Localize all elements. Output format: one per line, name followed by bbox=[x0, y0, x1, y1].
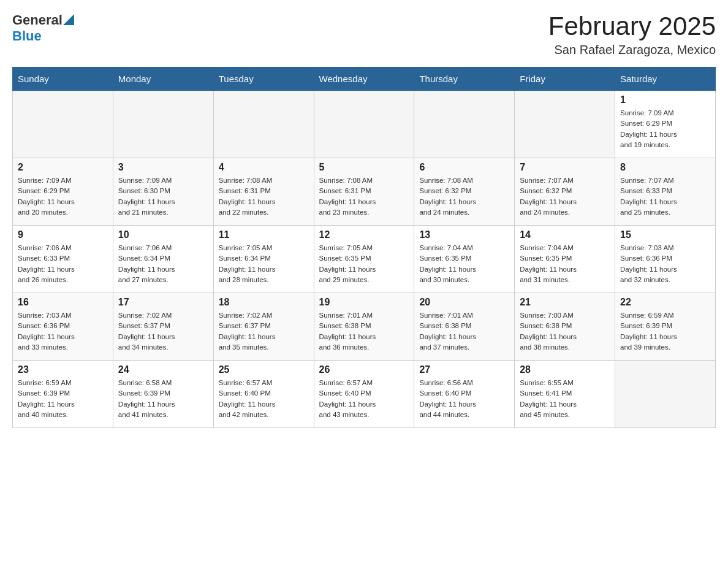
calendar-day-cell: 11Sunrise: 7:05 AM Sunset: 6:34 PM Dayli… bbox=[213, 226, 314, 293]
calendar-day-cell: 23Sunrise: 6:59 AM Sunset: 6:39 PM Dayli… bbox=[13, 361, 113, 428]
day-number: 21 bbox=[520, 297, 610, 308]
calendar-day-cell: 14Sunrise: 7:04 AM Sunset: 6:35 PM Dayli… bbox=[515, 226, 615, 293]
day-info: Sunrise: 6:57 AM Sunset: 6:40 PM Dayligh… bbox=[319, 378, 409, 420]
calendar-week-row: 9Sunrise: 7:06 AM Sunset: 6:33 PM Daylig… bbox=[13, 226, 716, 293]
day-info: Sunrise: 7:02 AM Sunset: 6:37 PM Dayligh… bbox=[118, 310, 208, 353]
calendar-day-cell: 3Sunrise: 7:09 AM Sunset: 6:30 PM Daylig… bbox=[113, 158, 213, 226]
day-number: 9 bbox=[18, 229, 108, 240]
day-number: 10 bbox=[118, 229, 208, 240]
calendar-week-row: 2Sunrise: 7:09 AM Sunset: 6:29 PM Daylig… bbox=[13, 158, 716, 226]
day-info: Sunrise: 7:01 AM Sunset: 6:38 PM Dayligh… bbox=[319, 310, 409, 353]
day-number: 8 bbox=[620, 162, 710, 173]
calendar-day-cell bbox=[414, 91, 515, 158]
calendar-day-cell: 20Sunrise: 7:01 AM Sunset: 6:38 PM Dayli… bbox=[414, 293, 515, 361]
calendar-day-cell: 19Sunrise: 7:01 AM Sunset: 6:38 PM Dayli… bbox=[314, 293, 414, 361]
calendar-day-cell: 2Sunrise: 7:09 AM Sunset: 6:29 PM Daylig… bbox=[13, 158, 113, 226]
day-number: 18 bbox=[219, 297, 309, 308]
day-info: Sunrise: 7:08 AM Sunset: 6:32 PM Dayligh… bbox=[419, 175, 509, 218]
day-info: Sunrise: 7:09 AM Sunset: 6:29 PM Dayligh… bbox=[18, 175, 108, 218]
logo-blue: Blue bbox=[12, 28, 42, 44]
day-info: Sunrise: 7:07 AM Sunset: 6:33 PM Dayligh… bbox=[620, 175, 710, 218]
day-number: 2 bbox=[18, 162, 108, 173]
calendar-table: SundayMondayTuesdayWednesdayThursdayFrid… bbox=[12, 67, 716, 428]
calendar-day-cell: 9Sunrise: 7:06 AM Sunset: 6:33 PM Daylig… bbox=[13, 226, 113, 293]
day-info: Sunrise: 7:03 AM Sunset: 6:36 PM Dayligh… bbox=[620, 243, 710, 285]
day-info: Sunrise: 7:02 AM Sunset: 6:37 PM Dayligh… bbox=[219, 310, 309, 353]
calendar-day-cell bbox=[213, 91, 314, 158]
day-info: Sunrise: 7:05 AM Sunset: 6:34 PM Dayligh… bbox=[219, 243, 309, 285]
logo-general: General bbox=[12, 12, 63, 28]
day-info: Sunrise: 7:04 AM Sunset: 6:35 PM Dayligh… bbox=[419, 243, 509, 285]
day-info: Sunrise: 7:06 AM Sunset: 6:34 PM Dayligh… bbox=[118, 243, 208, 285]
day-number: 4 bbox=[219, 162, 309, 173]
calendar-day-cell: 6Sunrise: 7:08 AM Sunset: 6:32 PM Daylig… bbox=[414, 158, 515, 226]
day-number: 20 bbox=[419, 297, 509, 308]
col-header-tuesday: Tuesday bbox=[213, 67, 314, 91]
calendar-day-cell: 12Sunrise: 7:05 AM Sunset: 6:35 PM Dayli… bbox=[314, 226, 414, 293]
calendar-day-cell bbox=[314, 91, 414, 158]
day-info: Sunrise: 7:01 AM Sunset: 6:38 PM Dayligh… bbox=[419, 310, 509, 353]
logo-triangle-icon bbox=[63, 14, 74, 25]
location-title: San Rafael Zaragoza, Mexico bbox=[548, 43, 716, 57]
day-info: Sunrise: 6:59 AM Sunset: 6:39 PM Dayligh… bbox=[18, 378, 108, 420]
day-number: 24 bbox=[118, 364, 208, 375]
calendar-day-cell: 16Sunrise: 7:03 AM Sunset: 6:36 PM Dayli… bbox=[13, 293, 113, 361]
calendar-day-cell: 27Sunrise: 6:56 AM Sunset: 6:40 PM Dayli… bbox=[414, 361, 515, 428]
calendar-day-cell: 7Sunrise: 7:07 AM Sunset: 6:32 PM Daylig… bbox=[515, 158, 615, 226]
day-number: 12 bbox=[319, 229, 409, 240]
day-number: 7 bbox=[520, 162, 610, 173]
col-header-saturday: Saturday bbox=[615, 67, 716, 91]
day-info: Sunrise: 7:06 AM Sunset: 6:33 PM Dayligh… bbox=[18, 243, 108, 285]
calendar-week-row: 16Sunrise: 7:03 AM Sunset: 6:36 PM Dayli… bbox=[13, 293, 716, 361]
calendar-day-cell: 22Sunrise: 6:59 AM Sunset: 6:39 PM Dayli… bbox=[615, 293, 716, 361]
calendar-day-cell bbox=[515, 91, 615, 158]
calendar-day-cell bbox=[615, 361, 716, 428]
day-info: Sunrise: 7:04 AM Sunset: 6:35 PM Dayligh… bbox=[520, 243, 610, 285]
calendar-day-cell: 1Sunrise: 7:09 AM Sunset: 6:29 PM Daylig… bbox=[615, 91, 716, 158]
day-number: 23 bbox=[18, 364, 108, 375]
calendar-day-cell: 5Sunrise: 7:08 AM Sunset: 6:31 PM Daylig… bbox=[314, 158, 414, 226]
calendar-header-row: SundayMondayTuesdayWednesdayThursdayFrid… bbox=[13, 67, 716, 91]
calendar-day-cell: 18Sunrise: 7:02 AM Sunset: 6:37 PM Dayli… bbox=[213, 293, 314, 361]
day-info: Sunrise: 6:56 AM Sunset: 6:40 PM Dayligh… bbox=[419, 378, 509, 420]
col-header-thursday: Thursday bbox=[414, 67, 515, 91]
day-info: Sunrise: 6:58 AM Sunset: 6:39 PM Dayligh… bbox=[118, 378, 208, 420]
day-number: 1 bbox=[620, 94, 710, 105]
calendar-day-cell: 17Sunrise: 7:02 AM Sunset: 6:37 PM Dayli… bbox=[113, 293, 213, 361]
day-number: 19 bbox=[319, 297, 409, 308]
day-number: 25 bbox=[219, 364, 309, 375]
logo: General Blue bbox=[12, 12, 74, 44]
calendar-week-row: 1Sunrise: 7:09 AM Sunset: 6:29 PM Daylig… bbox=[13, 91, 716, 158]
calendar-week-row: 23Sunrise: 6:59 AM Sunset: 6:39 PM Dayli… bbox=[13, 361, 716, 428]
day-info: Sunrise: 6:59 AM Sunset: 6:39 PM Dayligh… bbox=[620, 310, 710, 353]
day-info: Sunrise: 7:08 AM Sunset: 6:31 PM Dayligh… bbox=[219, 175, 309, 218]
calendar-day-cell: 25Sunrise: 6:57 AM Sunset: 6:40 PM Dayli… bbox=[213, 361, 314, 428]
day-number: 11 bbox=[219, 229, 309, 240]
calendar-day-cell bbox=[13, 91, 113, 158]
day-number: 6 bbox=[419, 162, 509, 173]
calendar-day-cell: 28Sunrise: 6:55 AM Sunset: 6:41 PM Dayli… bbox=[515, 361, 615, 428]
calendar-day-cell: 4Sunrise: 7:08 AM Sunset: 6:31 PM Daylig… bbox=[213, 158, 314, 226]
title-area: February 2025 San Rafael Zaragoza, Mexic… bbox=[548, 12, 716, 57]
month-title: February 2025 bbox=[548, 12, 716, 40]
day-number: 16 bbox=[18, 297, 108, 308]
col-header-friday: Friday bbox=[515, 67, 615, 91]
day-number: 3 bbox=[118, 162, 208, 173]
page-header: General Blue February 2025 San Rafael Za… bbox=[12, 12, 716, 57]
day-info: Sunrise: 7:00 AM Sunset: 6:38 PM Dayligh… bbox=[520, 310, 610, 353]
day-number: 5 bbox=[319, 162, 409, 173]
day-number: 17 bbox=[118, 297, 208, 308]
day-info: Sunrise: 7:09 AM Sunset: 6:29 PM Dayligh… bbox=[620, 108, 710, 150]
day-number: 13 bbox=[419, 229, 509, 240]
calendar-day-cell bbox=[113, 91, 213, 158]
calendar-day-cell: 15Sunrise: 7:03 AM Sunset: 6:36 PM Dayli… bbox=[615, 226, 716, 293]
day-info: Sunrise: 6:57 AM Sunset: 6:40 PM Dayligh… bbox=[219, 378, 309, 420]
day-info: Sunrise: 6:55 AM Sunset: 6:41 PM Dayligh… bbox=[520, 378, 610, 420]
day-number: 15 bbox=[620, 229, 710, 240]
day-info: Sunrise: 7:08 AM Sunset: 6:31 PM Dayligh… bbox=[319, 175, 409, 218]
day-number: 14 bbox=[520, 229, 610, 240]
day-number: 22 bbox=[620, 297, 710, 308]
calendar-day-cell: 10Sunrise: 7:06 AM Sunset: 6:34 PM Dayli… bbox=[113, 226, 213, 293]
col-header-sunday: Sunday bbox=[13, 67, 113, 91]
col-header-wednesday: Wednesday bbox=[314, 67, 414, 91]
